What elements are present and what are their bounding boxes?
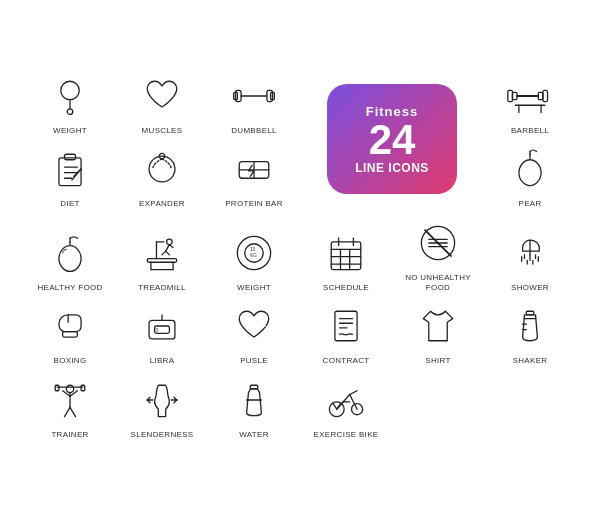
icon-cell-trainer: TRAINER bbox=[26, 374, 114, 440]
icon-cell-pear: PEAR bbox=[486, 143, 574, 209]
icon-cell-schedule: SCHEDULE bbox=[302, 217, 390, 292]
shirt-label: SHIRT bbox=[425, 356, 450, 366]
no-unhealthy-food-icon bbox=[412, 217, 464, 269]
exercise-bike-icon bbox=[320, 374, 372, 426]
main-container: WEIGHT MUSCLES DUMBBELL bbox=[10, 54, 590, 456]
svg-line-38 bbox=[169, 244, 173, 247]
pusle-label: PUSLE bbox=[240, 356, 268, 366]
svg-line-99 bbox=[350, 394, 357, 409]
slenderness-icon bbox=[136, 374, 188, 426]
muscles-label: MUSCLES bbox=[142, 126, 183, 136]
svg-line-37 bbox=[166, 251, 170, 255]
svg-rect-94 bbox=[250, 385, 257, 389]
svg-line-103 bbox=[333, 403, 337, 409]
svg-rect-17 bbox=[64, 155, 75, 161]
pear-label: PEAR bbox=[519, 199, 542, 209]
fitness-badge-cell: Fitness 24 LINE ICONS bbox=[302, 70, 482, 209]
svg-text:KG: KG bbox=[250, 252, 257, 257]
icon-cell-boxing: BOXING bbox=[26, 300, 114, 366]
icon-cell-contract: CONTRACT bbox=[302, 300, 390, 366]
boxing-icon bbox=[44, 300, 96, 352]
protein-bar-icon bbox=[228, 143, 280, 195]
badge-number: 24 bbox=[369, 119, 416, 161]
contract-label: CONTRACT bbox=[323, 356, 370, 366]
svg-rect-10 bbox=[543, 90, 548, 101]
barbell-icon bbox=[504, 70, 556, 122]
icon-cell-diet: DIET bbox=[26, 143, 114, 209]
svg-line-22 bbox=[72, 169, 81, 180]
expander-label: EXPANDER bbox=[139, 199, 185, 209]
svg-rect-85 bbox=[81, 385, 85, 391]
icon-cell-exercise-bike: EXERCISE BIKE bbox=[302, 374, 390, 440]
muscles-icon bbox=[136, 70, 188, 122]
svg-text:10: 10 bbox=[250, 247, 256, 252]
svg-point-0 bbox=[61, 81, 79, 99]
icon-cell-protein-bar: PROTEIN BAR bbox=[210, 143, 298, 209]
shower-icon bbox=[504, 227, 556, 279]
svg-point-23 bbox=[149, 156, 175, 182]
slenderness-label: SLENDERNESS bbox=[131, 430, 194, 440]
icon-cell-dumbbell: DUMBBELL bbox=[210, 70, 298, 136]
icon-cell-shaker: SHAKER bbox=[486, 300, 574, 366]
icon-cell-expander: EXPANDER bbox=[118, 143, 206, 209]
dumbbell-label: DUMBBELL bbox=[231, 126, 277, 136]
contract-icon bbox=[320, 300, 372, 352]
weight-plate-icon: 10 KG bbox=[228, 227, 280, 279]
shaker-label: SHAKER bbox=[513, 356, 548, 366]
icon-grid: WEIGHT MUSCLES DUMBBELL bbox=[26, 70, 574, 440]
healthy-food-icon bbox=[44, 227, 96, 279]
exercise-bike-label: EXERCISE BIKE bbox=[314, 430, 379, 440]
svg-point-79 bbox=[66, 385, 73, 392]
shower-label: SHOWER bbox=[511, 283, 549, 293]
treadmill-label: TREADMILL bbox=[138, 283, 186, 293]
svg-point-2 bbox=[67, 109, 73, 115]
treadmill-icon bbox=[136, 227, 188, 279]
icon-cell-libra: 0 LIBRA bbox=[118, 300, 206, 366]
svg-line-100 bbox=[350, 390, 357, 394]
svg-rect-84 bbox=[55, 385, 59, 391]
icon-cell-muscles: MUSCLES bbox=[118, 70, 206, 136]
weight-icon bbox=[44, 70, 96, 122]
protein-bar-label: PROTEIN BAR bbox=[225, 199, 283, 209]
icon-cell-shirt: SHIRT bbox=[394, 300, 482, 366]
schedule-icon bbox=[320, 227, 372, 279]
svg-line-82 bbox=[70, 390, 77, 396]
svg-text:0: 0 bbox=[156, 327, 159, 333]
no-unhealthy-food-label: NO UNHEALTHY FOOD bbox=[394, 273, 482, 292]
svg-line-81 bbox=[63, 390, 70, 396]
shirt-icon bbox=[412, 300, 464, 352]
icon-cell-no-unhealthy-food: NO UNHEALTHY FOOD bbox=[394, 217, 482, 292]
svg-rect-67 bbox=[149, 321, 175, 339]
svg-line-36 bbox=[162, 251, 166, 255]
pusle-icon bbox=[228, 300, 280, 352]
boxing-label: BOXING bbox=[54, 356, 87, 366]
barbell-label: BARBELL bbox=[511, 126, 549, 136]
trainer-icon bbox=[44, 374, 96, 426]
water-icon bbox=[228, 374, 280, 426]
diet-icon bbox=[44, 143, 96, 195]
dumbbell-icon bbox=[228, 70, 280, 122]
svg-rect-8 bbox=[508, 90, 513, 101]
svg-rect-45 bbox=[331, 241, 361, 269]
icon-cell-barbell: BARBELL bbox=[486, 70, 574, 136]
icon-cell-healthy-food: HEALTHY FOOD bbox=[26, 217, 114, 292]
badge-subtitle: LINE ICONS bbox=[355, 161, 429, 175]
weight-plate-label: WEIGHT bbox=[237, 283, 271, 293]
libra-icon: 0 bbox=[136, 300, 188, 352]
healthy-food-label: HEALTHY FOOD bbox=[37, 283, 102, 293]
svg-rect-30 bbox=[147, 258, 177, 262]
icon-cell-slenderness: SLENDERNESS bbox=[118, 374, 206, 440]
diet-label: DIET bbox=[60, 199, 79, 209]
shaker-icon bbox=[504, 300, 556, 352]
schedule-label: SCHEDULE bbox=[323, 283, 369, 293]
icon-cell-treadmill: TREADMILL bbox=[118, 217, 206, 292]
svg-line-35 bbox=[166, 244, 170, 250]
weight-label: WEIGHT bbox=[53, 126, 87, 136]
expander-icon bbox=[136, 143, 188, 195]
icon-cell-water: WATER bbox=[210, 374, 298, 440]
fitness-badge: Fitness 24 LINE ICONS bbox=[327, 84, 457, 194]
libra-label: LIBRA bbox=[150, 356, 175, 366]
icon-cell-weight-plate: 10 KG WEIGHT bbox=[210, 217, 298, 292]
svg-point-34 bbox=[167, 239, 173, 245]
trainer-label: TRAINER bbox=[51, 430, 88, 440]
